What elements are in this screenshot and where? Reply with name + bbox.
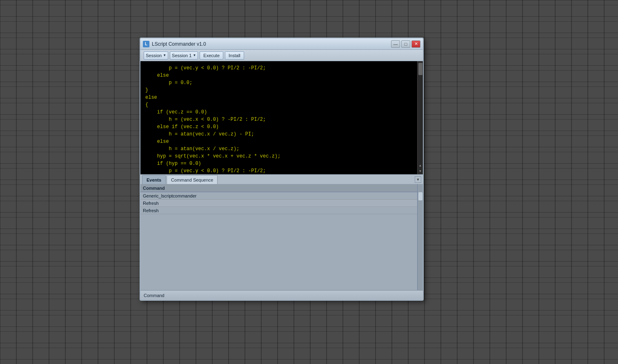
title-buttons: — □ ✕ [391,40,420,48]
session1-dropdown-arrow: ▼ [193,53,196,57]
list-item[interactable]: Refresh [140,207,417,214]
events-column-header: Command [143,186,165,191]
session-dropdown[interactable]: Session ▼ [144,51,168,60]
install-button[interactable]: Install [225,51,244,60]
events-list[interactable]: Generic_lscriptcommander Refresh Refresh [140,192,417,290]
tab-command-sequence[interactable]: Command Sequence [167,175,218,184]
tabs-bar: Events Command Sequence ▼ [140,174,423,184]
minimize-button[interactable]: — [391,40,400,48]
list-item[interactable]: Generic_lscriptcommander [140,192,417,200]
tab-scroll-arrow[interactable]: ▼ [415,176,421,183]
code-editor[interactable]: p = (vec.y < 0.0) ? PI/2 : -PI/2; else p… [140,61,423,174]
code-content: p = (vec.y < 0.0) ? PI/2 : -PI/2; else p… [140,61,417,174]
code-scrollbar[interactable]: ▲ ▼ [417,61,423,174]
events-scrollbar-thumb[interactable] [418,192,422,200]
code-scrollbar-thumb[interactable] [418,63,422,75]
maximize-button[interactable]: □ [401,40,410,48]
app-icon: L [143,41,149,47]
tab-events[interactable]: Events [142,175,166,184]
scrollbar-arrows: ▲ ▼ [419,163,422,174]
title-bar: L LScript Commander v1.0 — □ ✕ [140,38,423,50]
scroll-down-arrow[interactable]: ▼ [419,169,422,174]
list-item[interactable]: Refresh [140,200,417,207]
close-button[interactable]: ✕ [411,40,420,48]
main-window: L LScript Commander v1.0 — □ ✕ Session ▼… [140,38,424,301]
window-title: LScript Commander v1.0 [152,41,391,47]
events-scrollbar[interactable] [417,184,423,290]
events-panel: Command Generic_lscriptcommander Refresh… [140,184,423,290]
bottom-label: Command [144,293,165,298]
events-header: Command [140,184,417,192]
scroll-up-arrow[interactable]: ▲ [419,163,422,169]
session1-dropdown[interactable]: Session 1 ▼ [170,51,198,60]
session-dropdown-arrow: ▼ [163,53,166,57]
toolbar: Session ▼ Session 1 ▼ Execute Install [140,50,423,61]
bottom-bar: Command [140,290,423,300]
execute-button[interactable]: Execute [200,51,223,60]
